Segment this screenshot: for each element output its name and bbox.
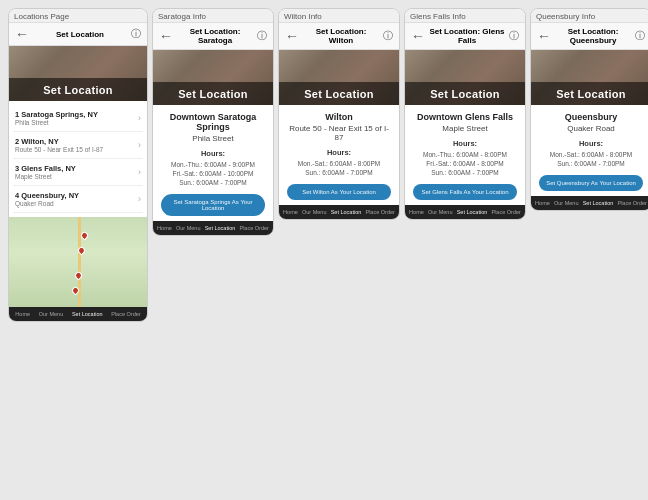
saratoga-hero-overlay: Set Location xyxy=(153,82,273,105)
glensfalls-phone-frame: Glens Falls Info ← Set Location: Glens F… xyxy=(404,8,526,220)
main-header: ← Set Location ⓘ xyxy=(9,23,147,46)
glensfalls-header-title: Set Location: Glens Falls xyxy=(429,27,505,45)
queensbury-footer-nav: Home Our Menu Set Location Place Order xyxy=(531,196,648,210)
saratoga-footer-set-location[interactable]: Set Location xyxy=(205,225,236,231)
wilton-content: Wilton Route 50 - Near Exit 15 of I-87 H… xyxy=(279,105,399,205)
location-sub-3: Maple Street xyxy=(15,173,138,180)
main-phone-frame: Locations Page ← Set Location ⓘ Set Loca… xyxy=(8,8,148,322)
queensbury-hours-0: Mon.-Sat.: 6:00AM - 8:00PM xyxy=(539,151,643,158)
footer-place-order[interactable]: Place Order xyxy=(111,311,140,317)
glensfalls-content: Downtown Glens Falls Maple Street Hours:… xyxy=(405,105,525,205)
queensbury-header-title: Set Location: Queensbury xyxy=(555,27,631,45)
glensfalls-hours-2: Sun.: 6:00AM - 7:00PM xyxy=(413,169,517,176)
saratoga-header: ← Set Location: Saratoga ⓘ xyxy=(153,23,273,50)
location-arrow-4: › xyxy=(138,194,141,204)
saratoga-hero: Set Location xyxy=(153,50,273,105)
glensfalls-footer-our-menu[interactable]: Our Menu xyxy=(428,209,452,215)
queensbury-hero-overlay: Set Location xyxy=(531,82,648,105)
wilton-phone-frame: Wilton Info ← Set Location: Wilton ⓘ Set… xyxy=(278,8,400,220)
saratoga-header-title: Set Location: Saratoga xyxy=(177,27,253,45)
queensbury-phone-label: Queensbury Info xyxy=(531,9,648,23)
wilton-back-button[interactable]: ← xyxy=(285,29,299,43)
saratoga-phone-frame: Saratoga Info ← Set Location: Saratoga ⓘ… xyxy=(152,8,274,236)
footer-set-location[interactable]: Set Location xyxy=(72,311,103,317)
wilton-footer-our-menu[interactable]: Our Menu xyxy=(302,209,326,215)
location-arrow-2: › xyxy=(138,140,141,150)
wilton-phone-label: Wilton Info xyxy=(279,9,399,23)
location-name-2: 2 Wilton, NY xyxy=(15,137,138,146)
map-road xyxy=(78,217,81,307)
wilton-footer-nav: Home Our Menu Set Location Place Order xyxy=(279,205,399,219)
footer-our-menu[interactable]: Our Menu xyxy=(39,311,63,317)
main-phone-label: Locations Page xyxy=(9,9,147,23)
map-area xyxy=(9,217,147,307)
queensbury-header: ← Set Location: Queensbury ⓘ xyxy=(531,23,648,50)
main-hero-overlay: Set Location xyxy=(9,78,147,101)
wilton-cta-button[interactable]: Set Wilton As Your Location xyxy=(287,184,391,200)
queensbury-phone-frame: Queensbury Info ← Set Location: Queensbu… xyxy=(530,8,648,211)
location-list: 1 Saratoga Springs, NY Phila Street › 2 … xyxy=(9,101,147,217)
wilton-header: ← Set Location: Wilton ⓘ xyxy=(279,23,399,50)
list-item[interactable]: 3 Glens Falls, NY Maple Street › xyxy=(13,159,143,186)
saratoga-hours-title: Hours: xyxy=(161,149,265,158)
glensfalls-name: Downtown Glens Falls xyxy=(413,112,517,122)
saratoga-footer-nav: Home Our Menu Set Location Place Order xyxy=(153,221,273,235)
saratoga-header-icon: ⓘ xyxy=(257,29,267,43)
glensfalls-header: ← Set Location: Glens Falls ⓘ xyxy=(405,23,525,50)
queensbury-cta-button[interactable]: Set Queensbury As Your Location xyxy=(539,175,643,191)
queensbury-hours-title: Hours: xyxy=(539,139,643,148)
saratoga-cta-button[interactable]: Set Saratoga Springs As Your Location xyxy=(161,194,265,216)
list-item[interactable]: 1 Saratoga Springs, NY Phila Street › xyxy=(13,105,143,132)
glensfalls-cta-button[interactable]: Set Glens Falls As Your Location xyxy=(413,184,517,200)
saratoga-hours-0: Mon.-Thu.: 6:00AM - 9:00PM xyxy=(161,161,265,168)
glensfalls-footer-home[interactable]: Home xyxy=(409,209,424,215)
location-sub-2: Route 50 - Near Exit 15 of I-87 xyxy=(15,146,138,153)
glensfalls-footer-set-location[interactable]: Set Location xyxy=(457,209,488,215)
saratoga-content: Downtown Saratoga Springs Phila Street H… xyxy=(153,105,273,221)
glensfalls-hours-0: Mon.-Thu.: 6:00AM - 8:00PM xyxy=(413,151,517,158)
wilton-hours-0: Mon.-Sat.: 6:00AM - 8:00PM xyxy=(287,160,391,167)
saratoga-back-button[interactable]: ← xyxy=(159,29,173,43)
main-header-icon: ⓘ xyxy=(131,27,141,41)
map-background xyxy=(9,217,147,307)
location-sub-4: Quaker Road xyxy=(15,200,138,207)
queensbury-footer-home[interactable]: Home xyxy=(535,200,550,206)
wilton-hours-1: Sun.: 6:00AM - 7:00PM xyxy=(287,169,391,176)
saratoga-footer-place-order[interactable]: Place Order xyxy=(239,225,268,231)
saratoga-name: Downtown Saratoga Springs xyxy=(161,112,265,132)
list-item[interactable]: 4 Queensbury, NY Quaker Road › xyxy=(13,186,143,213)
wilton-street: Route 50 - Near Exit 15 of I-87 xyxy=(287,124,391,142)
saratoga-hours-1: Fri.-Sat.: 6:00AM - 10:00PM xyxy=(161,170,265,177)
glensfalls-back-button[interactable]: ← xyxy=(411,29,425,43)
wilton-header-icon: ⓘ xyxy=(383,29,393,43)
queensbury-header-icon: ⓘ xyxy=(635,29,645,43)
wilton-hero: Set Location xyxy=(279,50,399,105)
saratoga-street: Phila Street xyxy=(161,134,265,143)
saratoga-footer-home[interactable]: Home xyxy=(157,225,172,231)
main-header-title: Set Location xyxy=(33,30,127,39)
list-item[interactable]: 2 Wilton, NY Route 50 - Near Exit 15 of … xyxy=(13,132,143,159)
glensfalls-hero: Set Location xyxy=(405,50,525,105)
footer-home[interactable]: Home xyxy=(15,311,30,317)
queensbury-street: Quaker Road xyxy=(539,124,643,133)
glensfalls-phone-label: Glens Falls Info xyxy=(405,9,525,23)
queensbury-footer-our-menu[interactable]: Our Menu xyxy=(554,200,578,206)
queensbury-footer-place-order[interactable]: Place Order xyxy=(617,200,646,206)
wilton-footer-place-order[interactable]: Place Order xyxy=(365,209,394,215)
wilton-header-title: Set Location: Wilton xyxy=(303,27,379,45)
wilton-name: Wilton xyxy=(287,112,391,122)
queensbury-footer-set-location[interactable]: Set Location xyxy=(583,200,614,206)
glensfalls-hours-title: Hours: xyxy=(413,139,517,148)
main-footer-nav: Home Our Menu Set Location Place Order xyxy=(9,307,147,321)
queensbury-content: Queensbury Quaker Road Hours: Mon.-Sat.:… xyxy=(531,105,648,196)
location-arrow-1: › xyxy=(138,113,141,123)
glensfalls-footer-place-order[interactable]: Place Order xyxy=(491,209,520,215)
main-back-button[interactable]: ← xyxy=(15,27,29,41)
queensbury-back-button[interactable]: ← xyxy=(537,29,551,43)
saratoga-footer-our-menu[interactable]: Our Menu xyxy=(176,225,200,231)
wilton-footer-set-location[interactable]: Set Location xyxy=(331,209,362,215)
queensbury-name: Queensbury xyxy=(539,112,643,122)
wilton-footer-home[interactable]: Home xyxy=(283,209,298,215)
location-name-4: 4 Queensbury, NY xyxy=(15,191,138,200)
screens-container: Locations Page ← Set Location ⓘ Set Loca… xyxy=(0,0,648,330)
